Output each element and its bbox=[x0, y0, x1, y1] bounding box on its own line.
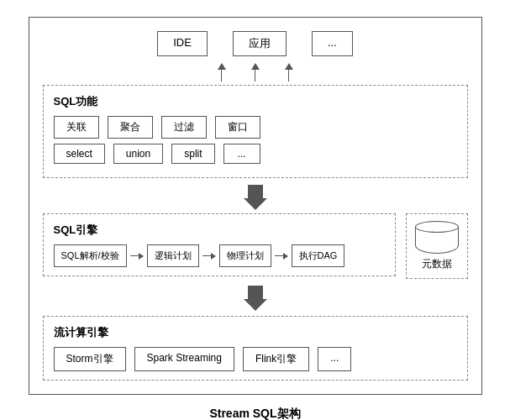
big-arrow-body-1 bbox=[248, 185, 263, 198]
big-arrow-body-2 bbox=[248, 286, 263, 299]
engine-spark: Spark Streaming bbox=[134, 347, 234, 371]
func-box-window: 窗口 bbox=[215, 116, 260, 139]
p-head-3 bbox=[283, 253, 288, 260]
pipeline-arrow-1 bbox=[130, 253, 144, 260]
func-box-join: 关联 bbox=[54, 116, 99, 139]
arrow-up-1 bbox=[218, 63, 226, 81]
engine-storm: Storm引擎 bbox=[54, 347, 126, 371]
big-arrow-inner-1 bbox=[244, 185, 267, 210]
cylinder-icon bbox=[415, 221, 459, 254]
sql-func-label: SQL功能 bbox=[54, 94, 457, 109]
big-arrow-inner-2 bbox=[244, 286, 267, 311]
pipeline-row: SQL解析/校验 逻辑计划 物理计划 执行DAG bbox=[54, 244, 385, 267]
arrows-up-row bbox=[43, 63, 468, 81]
pipeline-logical: 逻辑计划 bbox=[147, 244, 199, 267]
top-row: IDE 应用 ... bbox=[43, 31, 468, 56]
pipeline-physical: 物理计划 bbox=[219, 244, 271, 267]
cyl-top bbox=[415, 221, 459, 233]
arrowhead-up-2 bbox=[251, 63, 260, 70]
arrowhead-up-1 bbox=[218, 63, 226, 70]
pipeline-parse: SQL解析/校验 bbox=[54, 244, 127, 267]
arrowhead-up-3 bbox=[285, 63, 293, 70]
sql-engine-box: SQL引擎 SQL解析/校验 逻辑计划 物理计划 bbox=[43, 213, 396, 276]
page-container: IDE 应用 ... SQL功能 关联 聚合 bbox=[20, 0, 491, 420]
func-box-filter: 过滤 bbox=[161, 116, 207, 139]
func-box-more: ... bbox=[223, 144, 260, 164]
meta-data-box: 元数据 bbox=[406, 213, 468, 279]
big-arrow-head-1 bbox=[244, 198, 267, 210]
p-line-3 bbox=[275, 255, 283, 257]
sql-func-row2: select union split ... bbox=[54, 144, 457, 164]
sql-engine-section: SQL引擎 SQL解析/校验 逻辑计划 物理计划 bbox=[43, 213, 468, 279]
engine-flink: Flink引擎 bbox=[243, 347, 309, 371]
meta-label: 元数据 bbox=[422, 257, 452, 271]
stream-engine-section: 流计算引擎 Storm引擎 Spark Streaming Flink引擎 ..… bbox=[43, 316, 468, 381]
p-line-1 bbox=[130, 255, 139, 257]
pipeline-dag: 执行DAG bbox=[292, 244, 345, 267]
func-box-split: split bbox=[171, 144, 214, 164]
big-arrow-down-2 bbox=[43, 286, 468, 311]
arrow-up-2 bbox=[251, 63, 260, 81]
big-arrow-head-2 bbox=[244, 299, 267, 311]
p-head-1 bbox=[139, 253, 144, 260]
sql-engine-label: SQL引擎 bbox=[54, 223, 385, 238]
stream-engine-label: 流计算引擎 bbox=[54, 325, 457, 340]
arrowline-up-2 bbox=[255, 70, 256, 81]
engine-more: ... bbox=[318, 347, 351, 371]
arrowline-up-3 bbox=[288, 70, 290, 81]
footer-title: Stream SQL架构 bbox=[29, 407, 482, 420]
engine-row: Storm引擎 Spark Streaming Flink引擎 ... bbox=[54, 347, 457, 371]
p-head-2 bbox=[211, 253, 216, 260]
arrow-up-3 bbox=[285, 63, 293, 81]
more-box: ... bbox=[312, 31, 353, 56]
func-box-select: select bbox=[54, 144, 105, 164]
arrowline-up-1 bbox=[221, 70, 223, 81]
sql-func-row1: 关联 聚合 过滤 窗口 bbox=[54, 116, 457, 139]
func-box-union: union bbox=[113, 144, 163, 164]
pipeline-arrow-2 bbox=[202, 253, 216, 260]
main-diagram-box: IDE 应用 ... SQL功能 关联 聚合 bbox=[29, 17, 482, 395]
func-box-agg: 聚合 bbox=[108, 116, 153, 139]
big-arrow-down-1 bbox=[43, 185, 468, 210]
app-box: 应用 bbox=[233, 31, 287, 56]
ide-box: IDE bbox=[157, 31, 208, 56]
sql-func-section: SQL功能 关联 聚合 过滤 窗口 select union split ... bbox=[43, 85, 468, 178]
p-line-2 bbox=[202, 255, 211, 257]
pipeline-arrow-3 bbox=[275, 253, 288, 260]
